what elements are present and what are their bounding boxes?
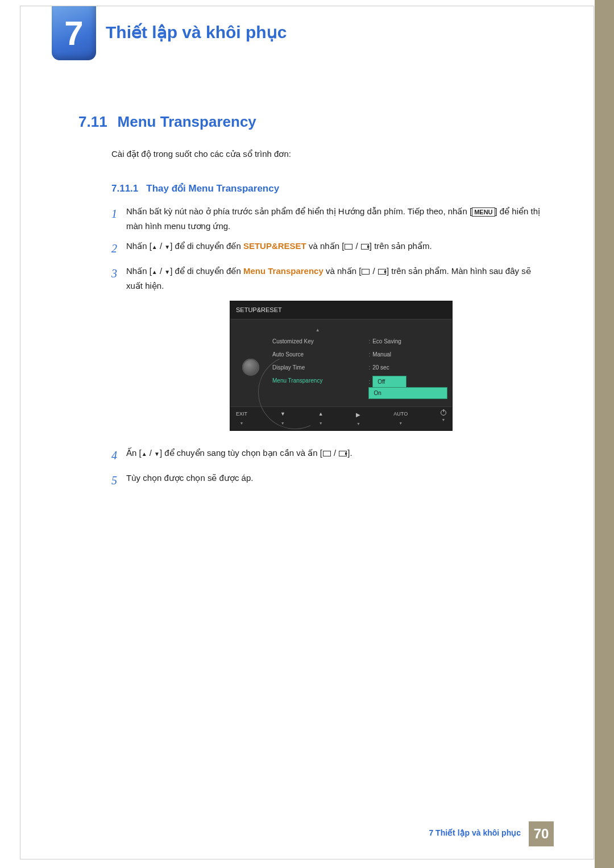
chapter-number-tab: 7 [52,6,96,60]
step-2: 2 Nhấn [▲ / ▼] để di chuyển đến SETUP&RE… [111,239,548,258]
osd-row-label-active: Menu Transparency [272,374,363,387]
steps-list: 1 Nhấn bất kỳ nút nào ở phía trước sản p… [111,204,548,496]
osd-down-icon: ▼▼ [280,410,285,427]
caret-up-icon: ▲ [272,325,363,335]
osd-row-value: Eco Saving [372,338,401,344]
triangle-down-icon: ▼ [164,242,170,252]
chapter-number: 7 [64,14,83,53]
triangle-up-icon: ▲ [152,242,157,252]
step-body: Ấn [▲ / ▼] để chuyển sang tùy chọn bạn c… [126,446,352,460]
page: 7 Thiết lập và khôi phục 7.11Menu Transp… [20,6,594,859]
osd-right-icon: ▶▼ [356,410,360,427]
osd-footer: EXIT▼ ▼▼ ▲▼ ▶▼ AUTO▼ ▼ [230,406,452,430]
step-number: 5 [111,471,126,490]
step-number: 4 [111,446,126,465]
step-number: 2 [111,239,126,258]
step-1: 1 Nhấn bất kỳ nút nào ở phía trước sản p… [111,204,548,233]
subsection-title: Thay đổi Menu Transparency [146,183,279,194]
osd-left [235,323,267,401]
rect-arrow-icon [361,244,369,250]
section-title: Menu Transparency [118,113,256,130]
step-3: 3 Nhấn [▲ / ▼] để di chuyển đến Menu Tra… [111,264,548,440]
triangle-up-icon: ▲ [142,449,147,459]
footer-page-number: 70 [529,821,554,846]
page-footer: 7 Thiết lập và khôi phục 70 [429,821,554,846]
step-body: Nhấn [▲ / ▼] để di chuyển đến SETUP&RESE… [126,239,432,254]
footer-chapter-label: 7 Thiết lập và khôi phục [429,821,529,846]
triangle-up-icon: ▲ [152,267,157,277]
osd-option-off: Off [372,376,406,388]
rect-icon [323,451,331,456]
rect-icon [345,244,352,250]
osd-row-value: Manual [372,351,391,358]
rect-icon [362,269,370,275]
osd-row-value: 20 sec [372,364,389,371]
osd-row-label: Customized Key [272,335,363,348]
subsection-heading: 7.11.1Thay đổi Menu Transparency [111,182,279,194]
triangle-down-icon: ▼ [154,449,160,459]
menu-key-label: MENU [472,207,495,217]
osd-body: ▲ Customized Key Auto Source Display Tim… [230,319,452,407]
gear-icon [242,359,259,376]
triangle-down-icon: ▼ [164,267,170,277]
intro-text: Cài đặt độ trong suốt cho các cửa sổ trì… [111,149,548,159]
osd-title: SETUP&RESET [230,301,452,319]
step-body: Nhấn [▲ / ▼] để di chuyển đến Menu Trans… [126,264,548,440]
step-5: 5 Tùy chọn được chọn sẽ được áp. [111,471,548,490]
rect-arrow-icon [378,269,386,275]
step-number: 1 [111,204,126,223]
subsection-number: 7.11.1 [111,183,138,194]
chapter-title: Thiết lập và khôi phục [106,22,287,42]
osd-power-icon: ▼ [441,410,446,427]
setup-reset-keyword: SETUP&RESET [243,241,306,251]
osd-row-label: Auto Source [272,348,363,361]
step-body: Nhấn bất kỳ nút nào ở phía trước sản phẩ… [126,204,548,233]
step-4: 4 Ấn [▲ / ▼] để chuyển sang tùy chọn bạn… [111,446,548,465]
step-number: 3 [111,264,126,283]
osd-panel: SETUP&RESET ▲ Customized Key Auto Source [230,301,453,431]
menu-transparency-keyword: Menu Transparency [243,266,323,276]
section-heading: 7.11Menu Transparency [78,113,256,131]
osd-exit-label: EXIT▼ [236,410,247,427]
rect-arrow-icon [339,451,347,456]
osd-row-label: Display Time [272,361,363,374]
right-stripe [595,0,614,868]
osd-option-on: On [368,387,447,399]
osd-up-icon: ▲▼ [318,410,323,427]
section-number: 7.11 [78,113,107,130]
step-body: Tùy chọn được chọn sẽ được áp. [126,471,253,485]
osd-auto-label: AUTO▼ [393,410,408,427]
